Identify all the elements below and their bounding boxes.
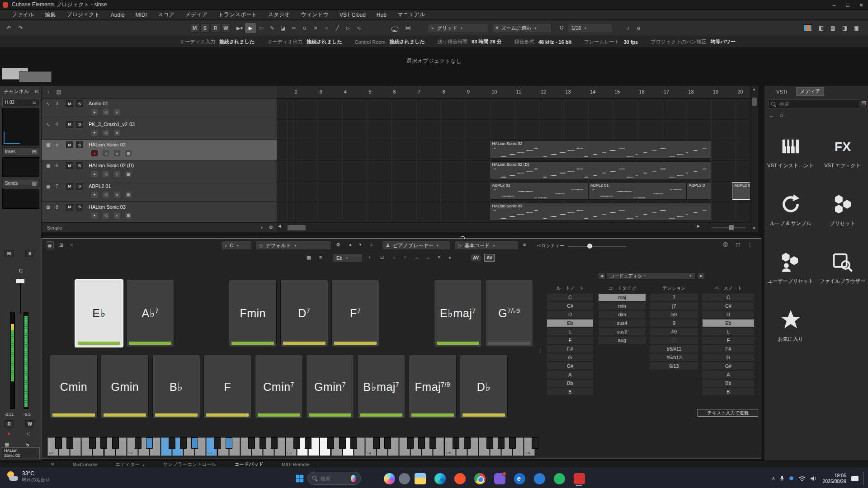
menu-item[interactable]: マニュアル <box>392 11 430 19</box>
chord-option-7[interactable]: 7 <box>650 293 698 301</box>
media-tile-favorites[interactable]: お気に入り <box>764 301 816 359</box>
track-mute-button[interactable]: M <box>66 100 73 107</box>
piano-key-A#0[interactable] <box>112 437 119 449</box>
piano-key-D#5[interactable] <box>464 437 471 449</box>
chord-option-min[interactable]: min <box>598 302 646 310</box>
lower-zone-tab[interactable]: エディター <box>115 461 145 468</box>
menu-item[interactable]: ファイル <box>6 11 39 19</box>
monitor-button[interactable]: ◁ <box>103 171 109 177</box>
event-display-area[interactable]: HALion Sonic 02HALion Sonic 02 (D)ABPL2 … <box>277 99 750 222</box>
weather-widget[interactable]: 33°C 晴れのち曇り <box>6 470 50 483</box>
gear-icon[interactable] <box>269 225 273 230</box>
automation-r-button[interactable]: R <box>211 23 220 33</box>
piano-key-G#5[interactable] <box>498 437 505 449</box>
pan-control[interactable]: C <box>0 268 42 273</box>
piano-key-A#3[interactable] <box>350 437 357 449</box>
window-preview[interactable] <box>19 71 52 82</box>
cubase-icon[interactable] <box>571 471 587 486</box>
split-tool[interactable]: ✂ <box>288 23 299 33</box>
pad-list-icon[interactable] <box>319 255 322 260</box>
track-mute-button[interactable]: M <box>66 162 73 169</box>
define-by-text-button[interactable]: テキスト入力で定義 <box>698 409 758 417</box>
horizontal-scroll-thumb[interactable] <box>288 225 306 230</box>
object-select-tool[interactable]: ▶ <box>245 23 256 33</box>
chord-option-B[interactable]: B <box>547 388 594 396</box>
redo-button[interactable] <box>15 23 26 33</box>
track-solo-button[interactable]: S <box>76 141 83 148</box>
chord-option-F[interactable]: F <box>702 336 755 344</box>
zone-layout-icon[interactable] <box>736 242 740 247</box>
piano-key-C#5[interactable] <box>453 437 459 449</box>
file-explorer-icon[interactable] <box>412 471 428 486</box>
chord-option-A[interactable]: A <box>702 371 755 379</box>
chord-pad-E♭maj7[interactable]: E♭maj7 <box>434 280 482 347</box>
menu-item[interactable]: スタジオ <box>263 11 296 19</box>
track-mute-button[interactable]: M <box>66 204 73 211</box>
menu-item[interactable]: ウィンドウ <box>296 11 334 19</box>
write-automation-button[interactable]: W <box>25 420 34 427</box>
instrument-editor-button[interactable]: ▦ <box>125 212 132 219</box>
chord-option-G#[interactable]: G# <box>702 362 755 370</box>
piano-key-D#4[interactable] <box>384 437 391 449</box>
monitor-button[interactable]: ◁ <box>103 150 109 156</box>
chord-pad-Cmin7[interactable]: Cmin7 <box>255 355 303 419</box>
inserts-slots[interactable] <box>2 157 39 177</box>
media-tile-file-browser[interactable]: ファイルブラウザー <box>816 243 868 301</box>
piano-key-D#0[interactable] <box>66 437 73 449</box>
zone-options-icon[interactable] <box>747 242 752 247</box>
scroll-down-icon[interactable] <box>752 227 756 230</box>
chord-option-b9[interactable]: b9 <box>650 310 698 319</box>
chord-option-F#[interactable]: F# <box>547 345 594 353</box>
chord-option-Bb[interactable]: Bb <box>702 379 755 387</box>
piano-key-A#4[interactable] <box>429 437 436 449</box>
start-button[interactable] <box>292 471 307 486</box>
lower-zone-tab[interactable]: コードパッド <box>234 461 263 468</box>
chord-pad-Cmin[interactable]: Cmin <box>50 355 98 419</box>
edit-channel-button[interactable]: e <box>114 212 120 219</box>
menu-item[interactable]: スコア <box>152 11 180 19</box>
chord-pads-power-button[interactable] <box>46 241 54 249</box>
record-arm-icon[interactable]: ● <box>7 431 10 436</box>
media-tile-loop[interactable]: ループ & サンプル <box>764 185 816 243</box>
chord-pad-E♭[interactable]: E♭ <box>75 280 123 347</box>
track-row[interactable]: ▦6MSHALion Sonic 02 (D)●◁e▦ <box>42 160 277 181</box>
piano-key-D#1[interactable] <box>146 437 153 449</box>
monitor-button[interactable]: ◁ <box>103 212 109 219</box>
track-solo-button[interactable]: S <box>76 204 83 211</box>
sends-slots[interactable] <box>2 189 39 209</box>
menu-item[interactable]: トランスポート <box>213 11 263 19</box>
minimize-button[interactable] <box>827 0 841 10</box>
chord-pad-Gmin[interactable]: Gmin <box>101 355 149 419</box>
edit-channel-button[interactable]: e <box>114 130 120 136</box>
player-mode-dropdown[interactable]: ピアノプレーヤー <box>382 241 451 250</box>
show-desktop-strip[interactable] <box>863 472 864 485</box>
chord-option-sus4[interactable]: sus4 <box>598 319 646 327</box>
track-mute-button[interactable]: M <box>66 121 73 128</box>
monitor-icon[interactable] <box>26 431 30 436</box>
chord-option-A[interactable]: A <box>547 371 594 379</box>
chord-option-G[interactable]: G <box>547 353 594 361</box>
chord-option-C[interactable]: C <box>547 293 594 301</box>
media-tile-user-preset[interactable]: ユーザープリセット <box>764 243 816 301</box>
track-solo-button[interactable]: S <box>76 121 83 128</box>
info-item[interactable]: プロジェクトのパン補正均等パワー <box>651 38 736 45</box>
erase-tool[interactable]: ◪ <box>278 23 288 33</box>
lower-zone-tab[interactable]: MixConsole <box>72 462 97 467</box>
editor-mode-dropdown[interactable]: コードエディター <box>606 272 696 279</box>
grid-mode-dropdown[interactable]: ズームに適応 <box>492 23 552 33</box>
piano-key-G#3[interactable] <box>339 437 346 449</box>
tab-media[interactable]: メディア <box>796 87 824 96</box>
horizontal-scrollbar[interactable] <box>277 222 750 232</box>
monitor-button[interactable]: ◁ <box>103 192 109 198</box>
comment-icon[interactable] <box>390 23 400 33</box>
scroll-left-icon[interactable] <box>278 225 281 228</box>
chord-option-dim[interactable]: dim <box>598 310 646 319</box>
piano-key-F#4[interactable] <box>407 437 414 449</box>
channel-eq-display[interactable] <box>2 108 39 145</box>
chord-option-b5/#11[interactable]: b5/#11 <box>650 345 698 353</box>
channel-mute-button[interactable]: M <box>5 250 14 257</box>
chord-option-aug[interactable]: aug <box>598 336 646 344</box>
midi-clip[interactable]: HALion Sonic 03 <box>490 203 711 221</box>
bluetooth-tray-icon[interactable] <box>789 476 793 480</box>
media-tile-keyboard[interactable]: VST インスト…ント <box>764 127 816 185</box>
